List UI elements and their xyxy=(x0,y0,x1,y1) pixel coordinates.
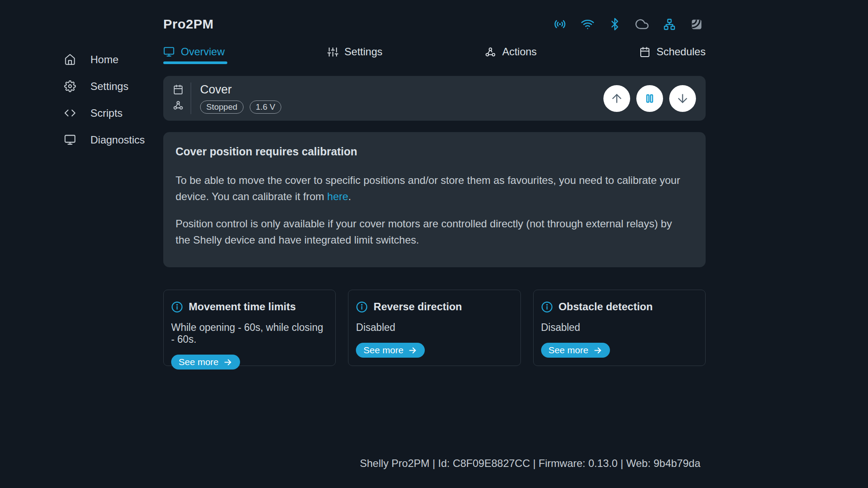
see-more-button[interactable]: See more xyxy=(356,343,425,358)
arrow-right-icon xyxy=(223,358,233,367)
sidebar-item-label: Scripts xyxy=(90,107,122,119)
code-icon xyxy=(64,107,76,119)
sidebar-item-scripts[interactable]: Scripts xyxy=(0,100,163,126)
page-title: Pro2PM xyxy=(163,17,214,32)
calibration-paragraph-1: To be able to move the cover to specific… xyxy=(176,172,687,205)
access-point-icon xyxy=(553,18,567,31)
bluetooth-icon xyxy=(609,18,621,30)
see-more-button[interactable]: See more xyxy=(541,343,610,358)
tab-actions[interactable]: Actions xyxy=(485,46,537,64)
cover-open-button[interactable] xyxy=(603,85,630,112)
see-more-label: See more xyxy=(363,345,403,355)
tab-label: Actions xyxy=(502,46,537,58)
calibrate-here-link[interactable]: here xyxy=(327,190,348,202)
sidebar: Home Settings Scripts Diagnostics xyxy=(0,46,163,153)
ethernet-icon xyxy=(663,18,676,31)
card-title: Obstacle detection xyxy=(559,301,653,313)
card-movement-time-limits: Movement time limits While opening - 60s… xyxy=(163,290,336,366)
device-info-footer: Shelly Pro2PM | Id: C8F09E8827CC | Firmw… xyxy=(360,457,700,470)
cover-badges: Stopped 1.6 V xyxy=(200,100,281,114)
mqtt-icon xyxy=(690,18,703,31)
pause-icon xyxy=(643,92,656,105)
cover-title: Cover xyxy=(200,83,281,97)
calibration-text-end: . xyxy=(348,190,352,202)
calibration-paragraph-2: Position control is only available if yo… xyxy=(176,215,687,248)
tab-settings[interactable]: Settings xyxy=(327,46,383,64)
sidebar-item-diagnostics[interactable]: Diagnostics xyxy=(0,126,163,153)
sidebar-item-label: Diagnostics xyxy=(90,134,145,146)
info-icon xyxy=(171,301,183,313)
cover-close-button[interactable] xyxy=(669,85,696,112)
calibration-notice: Cover position requires calibration To b… xyxy=(163,132,706,267)
status-bar xyxy=(553,18,703,31)
tab-label: Overview xyxy=(181,46,225,58)
cover-actions xyxy=(603,85,696,112)
status-badge: Stopped xyxy=(200,100,244,114)
monitor-icon xyxy=(64,134,76,146)
card-title: Reverse direction xyxy=(373,301,462,313)
info-icon xyxy=(356,301,368,313)
tab-bar: Overview Settings Actions Schedules xyxy=(163,46,706,64)
arrow-right-icon xyxy=(593,346,603,355)
calibration-text: To be able to move the cover to specific… xyxy=(176,174,680,202)
home-icon xyxy=(64,54,76,65)
calendar-icon xyxy=(639,47,650,57)
feature-cards: Movement time limits While opening - 60s… xyxy=(163,290,706,366)
calibration-heading: Cover position requires calibration xyxy=(176,145,693,158)
sidebar-item-home[interactable]: Home xyxy=(0,46,163,73)
card-value: Disabled xyxy=(541,322,698,334)
tab-overview[interactable]: Overview xyxy=(163,46,225,64)
sidebar-item-settings[interactable]: Settings xyxy=(0,73,163,100)
main-content: Pro2PM Overview Settings Actions xyxy=(163,0,706,488)
webhook-icon xyxy=(485,47,496,57)
wifi-icon xyxy=(581,18,594,31)
see-more-button[interactable]: See more xyxy=(171,355,240,370)
calendar-icon[interactable] xyxy=(173,84,183,97)
card-header: Obstacle detection xyxy=(541,301,698,313)
sidebar-item-label: Home xyxy=(90,54,118,66)
arrow-down-icon xyxy=(676,92,689,105)
card-value: While opening - 60s, while closing - 60s… xyxy=(171,322,328,345)
webhook-icon[interactable] xyxy=(173,100,183,112)
arrow-right-icon xyxy=(408,346,417,355)
see-more-label: See more xyxy=(179,357,219,367)
tab-label: Settings xyxy=(344,46,383,58)
card-reverse-direction: Reverse direction Disabled See more xyxy=(348,290,520,366)
tab-schedules[interactable]: Schedules xyxy=(639,46,706,64)
sliders-icon xyxy=(327,47,338,57)
sidebar-item-label: Settings xyxy=(90,80,129,93)
cover-pause-button[interactable] xyxy=(636,85,663,112)
cover-shortcut-icons xyxy=(173,84,183,112)
cover-info: Cover Stopped 1.6 V xyxy=(200,83,281,114)
monitor-icon xyxy=(163,46,175,57)
tab-label: Schedules xyxy=(656,46,706,58)
card-header: Movement time limits xyxy=(171,301,328,313)
shelly-device-page: Home Settings Scripts Diagnostics Pro2PM xyxy=(0,0,868,488)
cloud-icon xyxy=(635,18,649,31)
divider xyxy=(190,83,191,114)
card-obstacle-detection: Obstacle detection Disabled See more xyxy=(533,290,706,366)
cover-panel: Cover Stopped 1.6 V xyxy=(163,76,706,121)
card-value: Disabled xyxy=(356,322,513,334)
info-icon xyxy=(541,301,553,313)
gear-icon xyxy=(64,80,76,92)
card-header: Reverse direction xyxy=(356,301,513,313)
card-title: Movement time limits xyxy=(189,301,296,313)
see-more-label: See more xyxy=(549,345,588,355)
arrow-up-icon xyxy=(610,92,624,105)
voltage-badge: 1.6 V xyxy=(250,100,281,114)
